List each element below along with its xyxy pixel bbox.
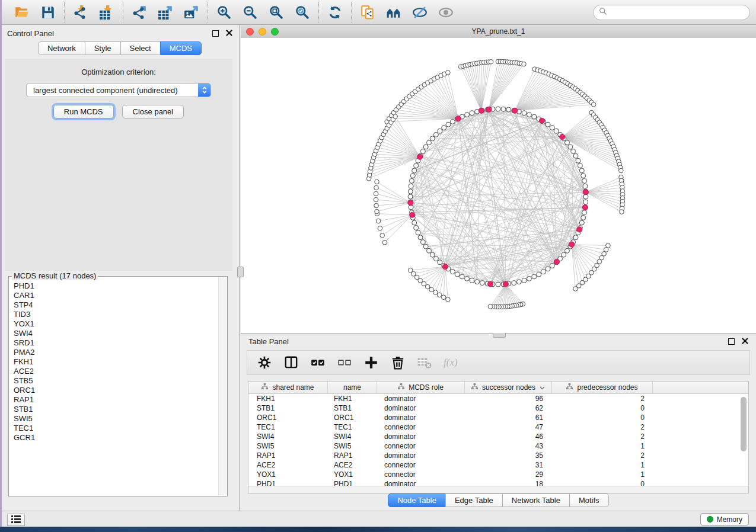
export-image-icon[interactable] (181, 2, 202, 23)
open-file-icon[interactable] (11, 2, 33, 23)
table-panel-title: Table Panel (248, 337, 289, 346)
mcds-result-node[interactable]: YOX1 (14, 319, 218, 329)
column-type-icon (261, 383, 268, 392)
table-cell: 2 (552, 395, 653, 403)
first-neighbors-icon[interactable] (383, 2, 404, 23)
window-zoom-light[interactable] (271, 28, 279, 36)
mcds-result-node[interactable]: SWI4 (14, 329, 218, 338)
table-cell: YOX1 (248, 470, 328, 479)
zoom-out-icon[interactable] (240, 2, 261, 23)
mcds-result-node[interactable]: RAP1 (14, 395, 218, 405)
column-header-shared-name[interactable]: shared name (248, 382, 328, 393)
run-mcds-button[interactable]: Run MCDS (53, 105, 114, 118)
column-header-predecessor-nodes[interactable]: predecessor nodes (552, 382, 653, 393)
mcds-result-node[interactable]: CAR1 (14, 291, 218, 300)
table-cell: RAP1 (248, 451, 328, 460)
mcds-result-node[interactable]: STB5 (14, 376, 218, 386)
table-cell: connector (377, 461, 465, 469)
export-network-icon[interactable] (129, 2, 150, 23)
table-cell: 46 (465, 432, 552, 441)
table-cell: 1 (552, 470, 653, 479)
column-header-successor-nodes[interactable]: successor nodes (465, 382, 552, 393)
table-cell: 31 (465, 461, 552, 469)
table-vertical-scrollbar[interactable] (741, 397, 747, 451)
mcds-result-node[interactable]: SWI5 (14, 414, 218, 424)
import-network-icon[interactable] (70, 2, 91, 23)
task-history-button[interactable] (7, 514, 25, 526)
refresh-icon[interactable] (324, 2, 346, 23)
zoom-in-icon[interactable] (213, 2, 235, 23)
table-row[interactable]: ACE2ACE2connector311 (248, 460, 748, 470)
table-options-gear-icon[interactable] (257, 355, 272, 370)
memory-button[interactable]: Memory (700, 513, 749, 525)
save-session-icon[interactable] (37, 2, 59, 23)
import-table-icon[interactable] (96, 2, 117, 23)
tab-mcds[interactable]: MCDS (160, 41, 202, 55)
float-table-panel-icon[interactable] (728, 338, 735, 345)
criterion-select[interactable]: largest connected component (undirected) (26, 83, 211, 97)
table-cell: ACE2 (328, 461, 377, 469)
mcds-result-node[interactable]: ORC1 (14, 386, 218, 395)
hide-selection-icon[interactable] (409, 2, 430, 23)
mcds-result-node[interactable]: STB1 (14, 405, 218, 414)
column-type-icon (566, 383, 573, 392)
table-row[interactable]: SWI5SWI5connector431 (248, 441, 748, 451)
zoom-selected-icon[interactable] (292, 2, 313, 23)
control-panel-header: Control Panel (0, 25, 240, 41)
tab-network[interactable]: Network (38, 41, 85, 55)
table-row[interactable]: ORC1ORC1dominator610 (248, 413, 748, 422)
delete-column-icon[interactable] (390, 355, 406, 370)
column-header-name[interactable]: name (328, 382, 377, 393)
table-row[interactable]: FKH1FKH1dominator962 (248, 394, 748, 403)
network-titlebar[interactable]: YPA_prune.txt_1 (241, 25, 756, 39)
column-type-icon (471, 383, 478, 392)
new-network-from-selection-icon[interactable] (357, 2, 378, 23)
close-panel-button[interactable]: Close panel (122, 105, 184, 118)
deselect-all-icon[interactable] (337, 355, 352, 370)
table-row[interactable]: YOX1YOX1connector291 (248, 470, 748, 479)
float-panel-icon[interactable] (212, 30, 219, 37)
tab-style[interactable]: Style (85, 41, 121, 55)
table-horizontal-scrollbar[interactable] (248, 486, 748, 493)
close-table-panel-icon[interactable] (742, 337, 748, 346)
network-graph (241, 38, 756, 333)
vertical-splitter-handle[interactable] (237, 267, 244, 277)
mcds-result-node[interactable]: PMA2 (14, 348, 218, 357)
result-scrollbar[interactable] (218, 277, 227, 495)
table-row[interactable]: TEC1TEC1connector472 (248, 422, 748, 432)
search-input[interactable] (611, 7, 744, 17)
table-row[interactable]: STB1STB1dominator620 (248, 403, 748, 413)
tab-motifs[interactable]: Motifs (569, 493, 609, 507)
table-cell: SWI5 (248, 442, 328, 450)
mcds-result-node[interactable]: FKH1 (14, 357, 218, 367)
network-canvas[interactable] (241, 38, 756, 333)
application-window: Control Panel Network Style Select MCDS … (0, 0, 756, 532)
mcds-result-node[interactable]: ACE2 (14, 367, 218, 376)
close-panel-icon[interactable] (226, 29, 232, 38)
tab-select[interactable]: Select (120, 41, 161, 55)
show-all-icon[interactable] (435, 2, 457, 23)
tab-edge-table[interactable]: Edge Table (445, 493, 503, 507)
window-close-light[interactable] (246, 28, 254, 36)
mcds-result-node[interactable]: SRD1 (14, 338, 218, 348)
show-columns-icon[interactable] (283, 355, 299, 370)
search-icon (599, 7, 607, 18)
table-row[interactable]: SWI4SWI4dominator462 (248, 432, 748, 441)
window-minimize-light[interactable] (259, 28, 266, 36)
table-row[interactable]: RAP1RAP1dominator352 (248, 451, 748, 460)
zoom-fit-icon[interactable] (266, 2, 287, 23)
mcds-result-node[interactable]: PHD1 (14, 281, 218, 291)
mcds-result-node[interactable]: GCR1 (14, 433, 218, 443)
mcds-result-list[interactable]: PHD1CAR1STP4TID3YOX1SWI4SRD1PMA2FKH1ACE2… (9, 279, 218, 495)
tab-node-table[interactable]: Node Table (388, 493, 446, 507)
add-column-icon[interactable] (363, 355, 379, 370)
select-all-icon[interactable] (310, 355, 326, 370)
horizontal-splitter-handle[interactable] (493, 333, 506, 338)
mcds-result-node[interactable]: TID3 (14, 310, 218, 319)
tab-network-table[interactable]: Network Table (502, 493, 570, 507)
column-header-mcds-role[interactable]: MCDS role (377, 382, 465, 393)
search-box[interactable] (593, 5, 750, 20)
mcds-result-node[interactable]: STP4 (14, 300, 218, 310)
export-table-icon[interactable] (155, 2, 176, 23)
mcds-result-node[interactable]: TEC1 (14, 424, 218, 433)
